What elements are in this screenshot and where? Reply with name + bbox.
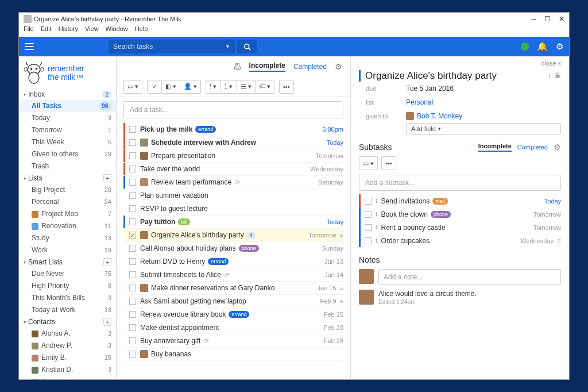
hamburger-icon[interactable] <box>25 43 34 50</box>
sidebar-item[interactable]: Omar K.5 <box>19 376 116 379</box>
subtask-checkbox[interactable] <box>365 224 372 231</box>
sidebar-item[interactable]: Tomorrow1 <box>19 124 116 136</box>
task-row[interactable]: Return DVD to HenryerrandJan 13 <box>123 255 343 268</box>
sidebar-item[interactable]: Trash <box>19 160 116 172</box>
task-row[interactable]: Buy bananas <box>123 348 343 361</box>
sidebar-item[interactable]: All Tasks96 <box>19 100 116 112</box>
due-button[interactable]: 1 ▾ <box>220 80 237 94</box>
sidebar-item[interactable]: Today3 <box>19 112 116 124</box>
task-checkbox[interactable] <box>129 152 136 159</box>
menu-edit[interactable]: Edit <box>41 25 52 37</box>
task-checkbox[interactable] <box>129 324 136 331</box>
gear-icon[interactable]: ⚙ <box>335 62 342 71</box>
assign-button[interactable]: 👤 ▾ <box>180 80 201 94</box>
menu-file[interactable]: File <box>24 25 34 37</box>
sidebar-item[interactable]: Project Moo7 <box>19 208 116 220</box>
task-checkbox[interactable] <box>129 232 136 239</box>
print-icon[interactable]: 🖶 <box>233 62 241 71</box>
subtask-checkbox[interactable] <box>365 237 372 244</box>
subtask-checkbox[interactable] <box>365 211 372 218</box>
chevron-down-icon[interactable]: ▼ <box>225 44 230 49</box>
task-tag[interactable]: errand <box>229 311 249 318</box>
task-row[interactable]: Pick up the milkerrand5:00pm <box>123 123 343 136</box>
task-checkbox[interactable] <box>129 166 136 172</box>
task-checkbox[interactable] <box>129 351 136 358</box>
subtask-tag[interactable]: mail <box>432 198 448 205</box>
sidebar-item[interactable]: Study13 <box>19 232 116 244</box>
task-checkbox[interactable] <box>129 285 136 291</box>
sidebar-item[interactable]: Big Project20 <box>19 184 116 196</box>
task-row[interactable]: Ask Sami about getting new laptopFeb 9≡ <box>123 295 343 308</box>
tag-button[interactable]: 🏷 ▾ <box>256 80 274 94</box>
subtask-row[interactable]: t.Book the clownphoneTomorrow <box>359 207 561 221</box>
task-checkbox[interactable] <box>129 245 136 252</box>
gear-icon[interactable]: ⚙ <box>554 143 561 152</box>
more-button[interactable]: ••• <box>279 80 294 94</box>
search-button[interactable] <box>237 40 257 53</box>
menu-window[interactable]: Window <box>106 25 128 37</box>
task-row[interactable]: Call Alonso about holiday plansphoneSund… <box>123 242 343 255</box>
task-row[interactable]: Review team performance⟳Saturday <box>123 176 343 189</box>
priority-button[interactable]: ! ▾ <box>206 80 220 94</box>
sidebar-item[interactable]: Work19 <box>19 244 116 256</box>
task-title[interactable]: Organize Alice's birthday party <box>365 70 549 82</box>
task-row[interactable]: Make dinner reservations at Gary DankoJa… <box>123 282 343 295</box>
task-checkbox[interactable] <box>129 192 136 199</box>
bell-icon[interactable]: 🔔 <box>537 41 548 52</box>
sidebar-item[interactable]: High Priority8 <box>19 280 116 292</box>
sidebar-item[interactable]: Personal24 <box>19 196 116 208</box>
task-checkbox[interactable] <box>129 258 136 265</box>
task-checkbox[interactable] <box>129 139 136 146</box>
add-icon[interactable]: + <box>103 318 111 326</box>
task-checkbox[interactable] <box>129 311 136 318</box>
field-value[interactable]: Personal <box>406 98 433 106</box>
subtask-row[interactable]: t.Send invitationsmailToday <box>359 194 561 207</box>
task-row[interactable]: Buy anniversary gift⟳Feb 28 <box>123 335 343 348</box>
task-row[interactable]: Organize Alice's birthday party4Tomorrow… <box>123 229 343 242</box>
maximize-icon[interactable]: ☐ <box>544 15 551 23</box>
task-row[interactable]: Take over the worldWednesday <box>123 163 343 176</box>
task-checkbox[interactable] <box>129 126 136 133</box>
sidebar-item[interactable]: Kristian D.3 <box>19 364 116 376</box>
task-checkbox[interactable] <box>129 271 136 278</box>
sidebar-item[interactable]: Alonso A.3 <box>19 328 116 340</box>
search-input[interactable]: Search tasks ▼ <box>109 40 235 53</box>
info-icon[interactable]: i <box>549 72 551 80</box>
menu-history[interactable]: History <box>59 25 78 37</box>
sidebar-item[interactable]: This Month's Bills3 <box>19 292 116 304</box>
task-tag[interactable]: phone <box>239 245 259 252</box>
task-row[interactable]: Submit timesheets to Alice⟳Jan 14 <box>123 268 343 282</box>
subtask-row[interactable]: t.Rent a bouncy castleTomorrow <box>359 221 561 234</box>
task-row[interactable]: Plan summer vacation <box>123 189 343 202</box>
add-note-input[interactable]: Add a note... <box>378 269 561 285</box>
field-value[interactable]: Bob T. Monkey <box>417 112 462 120</box>
subtask-row[interactable]: t.Order cupcakesWednesday≡ <box>359 234 561 247</box>
sidebar-item[interactable]: Emily B.15 <box>19 352 116 364</box>
subtab-incomplete[interactable]: Incomplete <box>478 143 512 152</box>
add-field-button[interactable]: Add field▾ <box>406 123 561 134</box>
sidebar-item[interactable]: Given to others29 <box>19 148 116 160</box>
tab-incomplete[interactable]: Incomplete <box>249 62 285 72</box>
task-checkbox[interactable] <box>129 218 136 225</box>
task-checkbox[interactable] <box>129 205 136 212</box>
list-button[interactable]: ☰ ▾ <box>237 80 256 94</box>
add-icon[interactable]: + <box>103 258 111 266</box>
sidebar-item[interactable]: Andrew P.3 <box>19 340 116 352</box>
close-detail-button[interactable]: close x <box>359 56 561 70</box>
gear-icon[interactable]: ⚙ <box>556 41 563 52</box>
section-header[interactable]: ▾Lists+ <box>19 172 116 184</box>
complete-button[interactable]: ✓ <box>147 80 162 94</box>
menu-help[interactable]: Help <box>135 25 148 37</box>
add-task-input[interactable]: Add a task... <box>123 101 343 118</box>
menu-view[interactable]: View <box>85 25 99 37</box>
task-row[interactable]: Make dentist appointmentFeb 20 <box>123 321 343 335</box>
subtask-select-button[interactable]: ▭ ▾ <box>359 156 378 170</box>
task-tag[interactable]: bill <box>178 218 190 225</box>
subtask-checkbox[interactable] <box>365 198 372 205</box>
task-checkbox[interactable] <box>129 298 136 305</box>
sidebar-item[interactable]: Renovation11 <box>19 220 116 232</box>
task-row[interactable]: Renew overdue library bookerrandFeb 15 <box>123 308 343 321</box>
task-checkbox[interactable] <box>129 179 136 186</box>
task-row[interactable]: Pay tuitionbillToday <box>123 216 343 229</box>
print-icon[interactable]: 🖶 <box>554 72 561 80</box>
